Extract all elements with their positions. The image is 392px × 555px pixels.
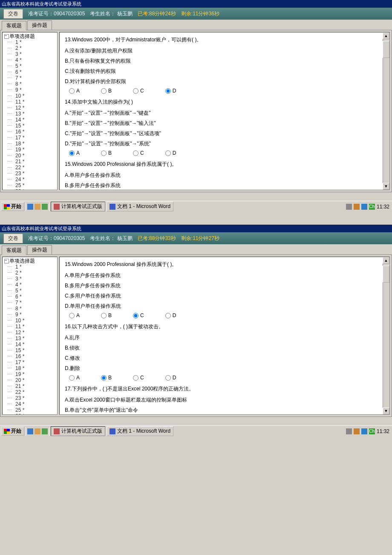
tree-item[interactable]: 1 * <box>3 39 56 45</box>
taskbar-app-word[interactable]: 文档 1 - Microsoft Word <box>107 202 173 211</box>
tab-1[interactable]: 操作题 <box>27 245 52 254</box>
tree-item[interactable]: 13 * <box>3 335 56 341</box>
radio-input[interactable] <box>101 88 107 94</box>
tree-item[interactable]: 6 * <box>3 294 56 300</box>
tree-item[interactable]: 23 * <box>3 171 56 176</box>
volume-icon[interactable] <box>361 428 367 434</box>
tree-item[interactable]: 1 * <box>3 264 56 270</box>
taskbar-app-word[interactable]: 文档 1 - Microsoft Word <box>107 426 173 436</box>
tree-item[interactable]: 7 * <box>3 75 56 81</box>
radio-input[interactable] <box>69 313 75 318</box>
tree-item[interactable]: 3 * <box>3 276 56 282</box>
taskbar-app-exam[interactable]: 计算机考试正式版 <box>51 426 105 436</box>
tree-item[interactable]: 12 * <box>3 105 56 111</box>
radio-option-B[interactable]: B <box>101 375 112 381</box>
radio-option-C[interactable]: C <box>133 88 144 94</box>
tab-0[interactable]: 客观题 <box>2 246 26 255</box>
radio-input[interactable] <box>69 88 75 94</box>
radio-input[interactable] <box>101 313 107 318</box>
ie-icon[interactable] <box>27 204 33 210</box>
ime-icon[interactable]: Ch <box>369 428 375 434</box>
tree-item[interactable]: 15 * <box>3 347 56 353</box>
tab-1[interactable]: 操作题 <box>27 20 52 30</box>
tray-icon[interactable] <box>354 428 360 434</box>
tree-item[interactable]: 19 * <box>3 147 56 153</box>
tree-item[interactable]: 8 * <box>3 81 56 87</box>
radio-option-A[interactable]: A <box>69 88 80 94</box>
tree-item[interactable]: 21 * <box>3 383 56 389</box>
tree-item[interactable]: 5 * <box>3 63 56 69</box>
taskbar-app-exam[interactable]: 计算机考试正式版 <box>51 202 105 211</box>
tree-item[interactable]: 8 * <box>3 306 56 312</box>
ime-icon[interactable]: Ch <box>369 204 375 210</box>
radio-input[interactable] <box>165 313 171 318</box>
radio-option-C[interactable]: C <box>133 312 144 318</box>
tree-item[interactable]: 9 * <box>3 312 56 318</box>
desktop-icon[interactable] <box>35 204 40 210</box>
radio-input[interactable] <box>165 375 171 381</box>
clock[interactable]: 11:32 <box>377 428 389 434</box>
tree-item[interactable]: 20 * <box>3 153 56 159</box>
question-tree[interactable]: 单项选择题1 *2 *3 *4 *5 *6 *7 *8 *9 *10 *11 *… <box>2 32 58 190</box>
ie-icon[interactable] <box>27 428 33 434</box>
radio-input[interactable] <box>133 150 138 156</box>
radio-option-A[interactable]: A <box>69 312 80 318</box>
tree-item[interactable]: 2 * <box>3 45 56 51</box>
tree-item[interactable]: 4 * <box>3 57 56 63</box>
tree-item[interactable]: 17 * <box>3 135 56 141</box>
radio-input[interactable] <box>133 88 138 94</box>
radio-input[interactable] <box>69 375 75 381</box>
tree-item[interactable]: 20 * <box>3 377 56 383</box>
scroll-thumb[interactable] <box>383 41 389 58</box>
tree-item[interactable]: 9 * <box>3 87 56 93</box>
tree-item[interactable]: 6 * <box>3 69 56 75</box>
radio-input[interactable] <box>133 375 138 381</box>
tree-single-choice[interactable]: 单项选择题 <box>3 258 56 264</box>
outlook-icon[interactable] <box>42 204 48 210</box>
start-button[interactable]: 开始 <box>1 202 24 211</box>
radio-option-B[interactable]: B <box>101 88 112 94</box>
tree-item[interactable]: 4 * <box>3 282 56 288</box>
scroll-down-button[interactable]: ▼ <box>383 408 389 414</box>
desktop-icon[interactable] <box>35 428 40 434</box>
tree-item[interactable]: 18 * <box>3 141 56 147</box>
tree-item[interactable]: 12 * <box>3 330 56 335</box>
tree-item[interactable]: 14 * <box>3 341 56 347</box>
clock[interactable]: 11:32 <box>377 204 389 210</box>
radio-option-C[interactable]: C <box>133 375 144 381</box>
tree-item[interactable]: 10 * <box>3 318 56 324</box>
radio-input[interactable] <box>165 88 171 94</box>
tree-item[interactable]: 19 * <box>3 371 56 377</box>
radio-input[interactable] <box>133 313 138 318</box>
tree-item[interactable]: 26 * <box>3 188 56 190</box>
outlook-icon[interactable] <box>42 428 48 434</box>
tree-item[interactable]: 22 * <box>3 165 56 171</box>
tree-item[interactable]: 5 * <box>3 288 56 294</box>
tree-item[interactable]: 2 * <box>3 270 56 276</box>
tray-icon[interactable] <box>346 428 352 434</box>
radio-option-A[interactable]: A <box>69 375 80 381</box>
tree-item[interactable]: 14 * <box>3 117 56 123</box>
tree-item[interactable]: 25 * <box>3 407 56 413</box>
tree-item[interactable]: 11 * <box>3 99 56 105</box>
radio-input[interactable] <box>165 150 171 156</box>
tree-item[interactable]: 21 * <box>3 159 56 165</box>
tree-item[interactable]: 16 * <box>3 353 56 359</box>
radio-option-D[interactable]: D <box>165 150 176 156</box>
radio-input[interactable] <box>69 150 75 156</box>
tree-item[interactable]: 10 * <box>3 93 56 99</box>
tree-item[interactable]: 11 * <box>3 324 56 330</box>
radio-option-C[interactable]: C <box>133 150 144 156</box>
vertical-scrollbar[interactable]: ▲▼ <box>383 32 389 190</box>
tree-item[interactable]: 7 * <box>3 300 56 306</box>
tree-single-choice[interactable]: 单项选择题 <box>3 33 56 39</box>
tree-item[interactable]: 24 * <box>3 401 56 407</box>
radio-option-D[interactable]: D <box>165 375 176 381</box>
submit-exam-button[interactable]: 交卷 <box>3 234 23 243</box>
radio-option-D[interactable]: D <box>165 312 176 318</box>
start-button[interactable]: 开始 <box>1 427 24 436</box>
radio-option-A[interactable]: A <box>69 150 80 156</box>
tree-item[interactable]: 18 * <box>3 365 56 371</box>
radio-option-D[interactable]: D <box>165 88 176 94</box>
tray-icon[interactable] <box>346 204 352 210</box>
